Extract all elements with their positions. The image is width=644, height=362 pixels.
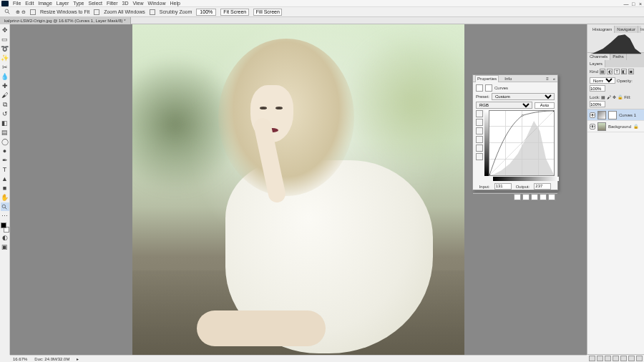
- menu-help[interactable]: Help: [170, 1, 180, 6]
- filter-smart-icon[interactable]: ▣: [628, 69, 634, 74]
- layer-mask-thumbnail[interactable]: [608, 111, 617, 119]
- scrubby-zoom-checkbox[interactable]: [150, 9, 155, 15]
- menu-type[interactable]: Type: [73, 1, 84, 6]
- tab-histogram[interactable]: Histogram: [590, 26, 615, 33]
- new-layer-icon[interactable]: [628, 356, 635, 361]
- lock-transparent-icon[interactable]: ▦: [601, 94, 605, 99]
- tab-properties[interactable]: Properties: [475, 75, 499, 82]
- fill-screen-button[interactable]: Fill Screen: [253, 9, 282, 16]
- eyedropper-tool[interactable]: 💧: [1, 72, 9, 81]
- fit-screen-button[interactable]: Fit Screen: [220, 9, 249, 16]
- foreground-background-colors[interactable]: [1, 222, 9, 233]
- foreground-color-swatch[interactable]: [1, 222, 6, 228]
- clone-stamp-tool[interactable]: ⧉: [1, 100, 9, 109]
- tab-navigator[interactable]: Navigator: [615, 26, 638, 33]
- pen-tool[interactable]: ✒: [1, 156, 9, 165]
- sample-black-icon[interactable]: [476, 136, 483, 143]
- toggle-visibility-icon[interactable]: [540, 194, 547, 200]
- adjustment-thumbnail[interactable]: [597, 111, 606, 119]
- visibility-toggle-icon[interactable]: 👁: [590, 124, 595, 129]
- reset-icon[interactable]: [531, 194, 538, 200]
- crop-tool[interactable]: ✂: [1, 63, 9, 72]
- blur-tool[interactable]: ◯: [1, 137, 9, 146]
- layer-name[interactable]: Background: [608, 124, 631, 129]
- gradient-tool[interactable]: ▤: [1, 128, 9, 137]
- window-maximize-button[interactable]: □: [630, 0, 637, 7]
- menu-filter[interactable]: Filter: [107, 1, 118, 6]
- brush-tool[interactable]: 🖌: [1, 91, 9, 99]
- input-value[interactable]: 131: [494, 183, 512, 190]
- visibility-toggle-icon[interactable]: 👁: [590, 112, 595, 118]
- type-tool[interactable]: T: [1, 165, 9, 174]
- sample-white-icon[interactable]: [476, 119, 483, 126]
- panel-collapse-icon[interactable]: «: [553, 77, 555, 81]
- document-tab[interactable]: kalprinz-LSW2-Origin.jpg @ 16.67% (Curve…: [0, 17, 131, 24]
- preset-select[interactable]: Custom: [492, 93, 555, 100]
- on-image-adjust-icon[interactable]: [476, 110, 483, 117]
- zoom-level[interactable]: 16.67%: [13, 357, 27, 361]
- history-brush-tool[interactable]: ↺: [1, 109, 9, 118]
- zoom-100-button[interactable]: 100%: [196, 9, 216, 16]
- magic-wand-tool[interactable]: ✨: [1, 54, 9, 62]
- output-value[interactable]: 237: [534, 183, 551, 190]
- curves-graph[interactable]: [489, 110, 555, 176]
- mask-icon[interactable]: [485, 84, 492, 92]
- path-select-tool[interactable]: ▲: [1, 175, 9, 183]
- zoom-all-checkbox[interactable]: [94, 9, 99, 15]
- move-tool[interactable]: ✥: [1, 26, 9, 34]
- screen-mode-toggle[interactable]: ▣: [1, 243, 9, 251]
- layer-name[interactable]: Curves 1: [619, 113, 636, 117]
- rect-marquee-tool[interactable]: ▭: [1, 35, 9, 44]
- tab-layers[interactable]: Layers: [587, 60, 605, 67]
- tab-info[interactable]: Info: [638, 26, 644, 33]
- edit-toolbar-button[interactable]: ⋯: [1, 212, 9, 220]
- filter-type-icon[interactable]: T: [614, 69, 620, 74]
- edit-points-icon[interactable]: [476, 145, 483, 152]
- curve-point-selected[interactable]: [522, 114, 523, 116]
- rectangle-tool[interactable]: ■: [1, 184, 9, 192]
- opacity-field[interactable]: [590, 85, 605, 92]
- menu-window[interactable]: Window: [148, 1, 166, 6]
- spot-heal-tool[interactable]: ✚: [1, 82, 9, 90]
- new-adjustment-icon[interactable]: [613, 356, 619, 361]
- sample-gray-icon[interactable]: [476, 127, 483, 134]
- view-previous-icon[interactable]: [522, 194, 530, 200]
- menu-3d[interactable]: 3D: [122, 1, 129, 6]
- window-minimize-button[interactable]: —: [623, 0, 630, 7]
- lasso-tool[interactable]: ➰: [1, 44, 9, 53]
- channel-select[interactable]: RGB: [476, 102, 532, 109]
- menu-edit[interactable]: Edit: [25, 1, 34, 6]
- layer-style-icon[interactable]: [597, 356, 603, 361]
- properties-panel[interactable]: Properties Info ≡ « Curves Preset: Custo…: [472, 74, 558, 190]
- dodge-tool[interactable]: ●: [1, 147, 9, 155]
- delete-layer-icon[interactable]: [636, 356, 643, 361]
- draw-curve-icon[interactable]: [476, 153, 483, 160]
- lock-position-icon[interactable]: ✥: [613, 94, 616, 99]
- menu-layer[interactable]: Layer: [57, 1, 69, 6]
- link-layers-icon[interactable]: [589, 356, 595, 361]
- fill-field[interactable]: [590, 101, 605, 107]
- filter-pixel-icon[interactable]: ▦: [600, 69, 605, 74]
- delete-adjustment-icon[interactable]: [548, 194, 555, 200]
- zoom-tool[interactable]: [1, 202, 9, 211]
- menu-file[interactable]: File: [13, 1, 21, 6]
- menu-select[interactable]: Select: [89, 1, 102, 6]
- layer-row[interactable]: 👁 Background 🔒: [587, 121, 644, 132]
- layer-row[interactable]: 👁 Curves 1: [587, 109, 644, 121]
- lock-all-icon[interactable]: 🔒: [618, 94, 623, 99]
- clip-to-layer-icon[interactable]: [514, 194, 521, 200]
- layer-thumbnail[interactable]: [597, 122, 606, 131]
- filter-shape-icon[interactable]: ◧: [621, 69, 627, 74]
- menu-view[interactable]: View: [133, 1, 144, 6]
- lock-pixels-icon[interactable]: 🖌: [607, 95, 611, 99]
- resize-windows-checkbox[interactable]: [30, 9, 36, 15]
- hand-tool[interactable]: ✋: [1, 193, 9, 202]
- filter-adjust-icon[interactable]: ◐: [607, 69, 613, 74]
- blend-mode-select[interactable]: Normal: [590, 77, 615, 84]
- auto-button[interactable]: Auto: [535, 102, 555, 109]
- panel-menu-icon[interactable]: ≡: [546, 77, 549, 81]
- tab-info-2[interactable]: Info: [503, 77, 513, 81]
- doc-info[interactable]: Doc: 24.0M/32.0M: [34, 357, 69, 361]
- document-canvas[interactable]: [132, 24, 464, 356]
- new-group-icon[interactable]: [620, 356, 627, 361]
